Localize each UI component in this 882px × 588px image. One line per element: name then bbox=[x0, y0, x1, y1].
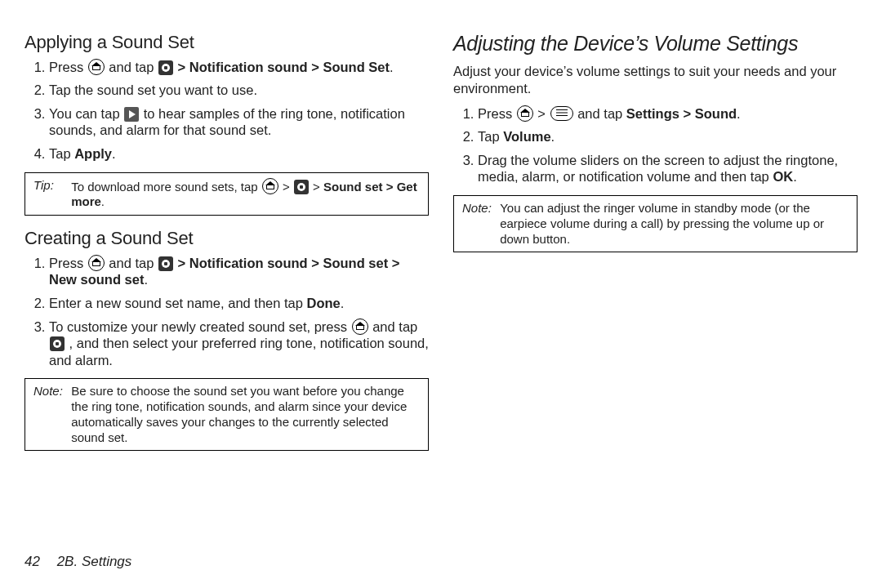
note-body: You can adjust the ringer volume in stan… bbox=[500, 201, 847, 247]
text: Press bbox=[49, 60, 87, 74]
page-number: 42 bbox=[24, 554, 40, 569]
bold-text: OK bbox=[773, 169, 793, 184]
text: and tap bbox=[372, 319, 417, 334]
text: To customize your newly created sound se… bbox=[49, 319, 351, 334]
personalize-icon bbox=[50, 336, 65, 351]
home-icon bbox=[88, 255, 105, 271]
text: . bbox=[101, 194, 105, 208]
tip-callout: Tip: To download more sound sets, tap > … bbox=[24, 172, 429, 216]
home-icon bbox=[517, 105, 533, 122]
heading-creating-sound-set: Creating a Sound Set bbox=[24, 227, 429, 250]
text: . bbox=[144, 272, 148, 287]
text: Enter a new sound set name, and then tap bbox=[49, 296, 307, 310]
home-icon bbox=[262, 178, 278, 194]
right-column: Adjusting the Device’s Volume Settings A… bbox=[453, 23, 858, 588]
tip-label: Tip: bbox=[33, 178, 68, 194]
personalize-icon bbox=[294, 180, 309, 194]
section-label: 2B. Settings bbox=[57, 554, 132, 569]
note-callout-right: Note: You can adjust the ringer volume i… bbox=[453, 195, 858, 252]
list-item: Tap Apply. bbox=[49, 145, 429, 163]
text: Tap bbox=[49, 146, 74, 161]
creating-steps: Press and tap > Notification sound > Sou… bbox=[24, 255, 429, 369]
bold-text: Settings > Sound bbox=[626, 106, 737, 121]
manual-page: Applying a Sound Set Press and tap > Not… bbox=[0, 0, 882, 588]
text: . bbox=[551, 129, 555, 144]
text: and tap bbox=[577, 106, 626, 121]
left-column: Applying a Sound Set Press and tap > Not… bbox=[24, 23, 429, 588]
home-icon bbox=[88, 59, 105, 75]
text: . bbox=[112, 146, 116, 161]
list-item: Tap Volume. bbox=[478, 128, 858, 145]
text: > bbox=[313, 180, 323, 194]
bold-text: Apply bbox=[74, 146, 112, 161]
page-footer: 42 2B. Settings bbox=[24, 553, 131, 570]
text: . bbox=[390, 60, 394, 74]
text: Press bbox=[49, 256, 87, 270]
text: . bbox=[793, 169, 797, 184]
text: > bbox=[537, 106, 549, 121]
text: . bbox=[737, 106, 741, 121]
bold-text: Done bbox=[307, 296, 341, 310]
text: . bbox=[341, 296, 345, 310]
personalize-icon bbox=[158, 60, 173, 75]
heading-applying-sound-set: Applying a Sound Set bbox=[24, 31, 429, 54]
note-callout: Note: Be sure to choose the sound set yo… bbox=[24, 378, 429, 451]
text: and tap bbox=[109, 60, 158, 74]
list-item: Enter a new sound set name, and then tap… bbox=[49, 295, 429, 312]
text: > bbox=[283, 180, 293, 194]
list-item: Press and tap > Notification sound > Sou… bbox=[49, 59, 429, 76]
play-icon bbox=[124, 107, 139, 122]
text: To download more sound sets, tap bbox=[71, 180, 261, 194]
menu-icon bbox=[550, 106, 573, 121]
personalize-icon bbox=[158, 256, 173, 271]
note-label: Note: bbox=[462, 201, 497, 216]
list-item: Tap the sound set you want to use. bbox=[49, 82, 429, 99]
text: You can tap bbox=[49, 106, 123, 121]
note-body: Be sure to choose the sound set you want… bbox=[71, 384, 418, 445]
text: , and then select your preferred ring to… bbox=[49, 336, 429, 368]
text: Press bbox=[478, 106, 516, 121]
list-item: To customize your newly created sound se… bbox=[49, 318, 429, 369]
tip-body: To download more sound sets, tap > > Sou… bbox=[71, 178, 418, 211]
list-item: You can tap to hear samples of the ring … bbox=[49, 105, 429, 139]
applying-steps: Press and tap > Notification sound > Sou… bbox=[24, 59, 429, 163]
list-item: Drag the volume sliders on the screen to… bbox=[478, 152, 858, 185]
list-item: Press and tap > Notification sound > Sou… bbox=[49, 255, 429, 288]
list-item: Press > and tap Settings > Sound. bbox=[478, 105, 858, 122]
heading-adjusting-volume: Adjusting the Device’s Volume Settings bbox=[453, 31, 858, 56]
home-icon bbox=[352, 318, 368, 335]
intro-text: Adjust your device’s volume settings to … bbox=[453, 63, 858, 96]
bold-text: > Notification sound > Sound Set bbox=[178, 60, 390, 74]
text: and tap bbox=[109, 256, 158, 270]
text: Tap bbox=[478, 129, 503, 144]
bold-text: Volume bbox=[503, 129, 550, 144]
volume-steps: Press > and tap Settings > Sound. Tap Vo… bbox=[453, 105, 858, 186]
note-label: Note: bbox=[33, 384, 68, 399]
